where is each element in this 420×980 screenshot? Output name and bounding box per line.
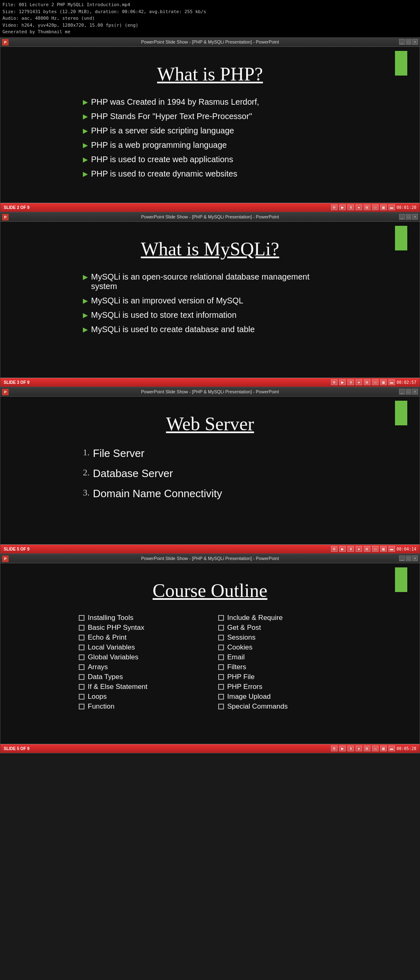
slide-num-2: SLIDE 3 OF 9 xyxy=(4,380,30,385)
slide-title-1: What is PHP? xyxy=(157,63,263,85)
outline-label-c2-4: Email xyxy=(227,653,245,661)
timestamp-3: 00:04:14 xyxy=(397,547,416,551)
slide-content-1: What is PHP? ▶PHP was Created in 1994 by… xyxy=(0,47,420,203)
close-btn-2[interactable]: × xyxy=(412,214,418,220)
status-icon-gear-3: ⚙ xyxy=(331,546,338,552)
green-accent-4 xyxy=(395,567,407,592)
bullet-item-1-1: ▶PHP Stands For "Hyper Text Pre-Processo… xyxy=(83,112,337,121)
arrow-1-0: ▶ xyxy=(83,98,88,106)
bullet-text-1-0: PHP was Created in 1994 by Rasmus Lerdor… xyxy=(91,97,259,107)
slide-area-1: What is PHP? ▶PHP was Created in 1994 by… xyxy=(0,47,420,203)
status-icon-grid-4: ⊞ xyxy=(364,746,370,751)
minimize-btn-2[interactable]: _ xyxy=(399,214,405,220)
close-btn-4[interactable]: × xyxy=(412,555,418,561)
slide-num-3: SLIDE 5 OF 9 xyxy=(4,547,30,551)
window-slide2: P PowerPoint Slide Show - [PHP & MySQLi … xyxy=(0,212,420,387)
outline-item-c2-5: Filters xyxy=(218,663,341,671)
status-icon-bar-2: ▬ xyxy=(388,379,395,385)
outline-item-c1-8: Loops xyxy=(79,693,202,701)
outline-label-c2-9: Special Commands xyxy=(227,702,288,711)
slide-area-3: Web Server 1.File Server 2.Database Serv… xyxy=(0,397,420,544)
num-label-3-0: 1. xyxy=(83,447,90,458)
outline-label-c1-4: Global Variables xyxy=(88,653,138,661)
status-icon-play-2: ▶ xyxy=(339,379,346,385)
titlebar-text-1: PowerPoint Slide Show - [PHP & MySQLi Pr… xyxy=(141,39,279,44)
outline-checkbox-c2-4 xyxy=(218,654,224,660)
status-icons-3: ⚙ ▶ ⏸ ● ⊞ ▭ ▦ ▬ 00:04:14 xyxy=(331,546,416,552)
outline-item-c2-4: Email xyxy=(218,653,341,661)
window-controls-2[interactable]: _ □ × xyxy=(399,214,418,220)
arrow-2-2: ▶ xyxy=(83,311,88,319)
outline-checkbox-c2-7 xyxy=(218,684,224,690)
outline-col1: Installing Tools Basic PHP Syntax Echo &… xyxy=(79,614,202,712)
course-outline-grid: Installing Tools Basic PHP Syntax Echo &… xyxy=(79,614,341,712)
bullet-item-2-2: ▶MySQLi is used to store text informatio… xyxy=(83,310,337,320)
status-icon-rect-4: ▭ xyxy=(372,746,379,751)
arrow-1-4: ▶ xyxy=(83,156,88,163)
powerpoint-icon-4: P xyxy=(2,555,9,562)
outline-checkbox-c1-5 xyxy=(79,664,84,670)
bullet-item-1-4: ▶PHP is used to create web applications xyxy=(83,155,337,164)
timestamp-1: 00:01:20 xyxy=(397,205,416,210)
maximize-btn-3[interactable]: □ xyxy=(406,389,411,395)
outline-label-c1-7: If & Else Statement xyxy=(88,683,148,691)
outline-label-c2-6: PHP File xyxy=(227,673,255,681)
maximize-btn-1[interactable]: □ xyxy=(406,39,411,45)
outline-label-c2-1: Get & Post xyxy=(227,624,261,632)
titlebar-slide3: P PowerPoint Slide Show - [PHP & MySQLi … xyxy=(0,388,420,397)
numbered-text-3-0: File Server xyxy=(93,447,145,460)
window-controls-4[interactable]: _ □ × xyxy=(399,555,418,561)
slide-content-3: Web Server 1.File Server 2.Database Serv… xyxy=(0,397,420,544)
minimize-btn-4[interactable]: _ xyxy=(399,555,405,561)
status-icon-pause-2: ⏸ xyxy=(347,379,354,385)
slide-content-2: What is MySQLi? ▶MySQLi is an open-sourc… xyxy=(0,222,420,378)
bullet-text-1-4: PHP is used to create web applications xyxy=(91,155,233,164)
outline-col2: Include & Require Get & Post Sessions Co… xyxy=(218,614,341,712)
minimize-btn-3[interactable]: _ xyxy=(399,389,405,395)
bullet-text-2-3: MySQLi is used to create database and ta… xyxy=(91,325,255,334)
timestamp-2: 00:02:57 xyxy=(397,380,416,385)
bullet-item-1-0: ▶PHP was Created in 1994 by Rasmus Lerdo… xyxy=(83,97,337,107)
numbered-item-3-2: 3.Domain Name Connectivity xyxy=(83,487,337,500)
outline-item-c2-3: Cookies xyxy=(218,643,341,652)
arrow-1-2: ▶ xyxy=(83,127,88,135)
window-controls-3[interactable]: _ □ × xyxy=(399,389,418,395)
close-btn-1[interactable]: × xyxy=(412,39,418,45)
minimize-btn-1[interactable]: _ xyxy=(399,39,405,45)
status-icon-rect-2: ▭ xyxy=(372,379,379,385)
status-bar-2: SLIDE 3 OF 9 ⚙ ▶ ⏸ ● ⊞ ▭ ▦ ▬ 00:02:57 xyxy=(0,378,420,387)
outline-item-c2-2: Sessions xyxy=(218,633,341,642)
outline-label-c2-0: Include & Require xyxy=(227,614,283,622)
outline-item-c1-6: Data Types xyxy=(79,673,202,681)
close-btn-3[interactable]: × xyxy=(412,389,418,395)
outline-label-c1-8: Loops xyxy=(88,693,107,701)
status-icon-play-4: ▶ xyxy=(339,746,346,751)
status-icon-rec-3: ● xyxy=(356,546,362,552)
outline-checkbox-c1-2 xyxy=(79,635,84,640)
outline-item-c1-2: Echo & Print xyxy=(79,633,202,642)
outline-checkbox-c2-6 xyxy=(218,674,224,680)
outline-checkbox-c1-6 xyxy=(79,674,84,680)
status-icon-table-4: ▦ xyxy=(380,746,387,751)
maximize-btn-4[interactable]: □ xyxy=(406,555,411,561)
window-controls-1[interactable]: _ □ × xyxy=(399,39,418,45)
status-icon-play-1: ▶ xyxy=(339,204,346,210)
outline-checkbox-c1-4 xyxy=(79,654,84,660)
status-icon-bar-3: ▬ xyxy=(388,546,395,552)
titlebar-text-4: PowerPoint Slide Show - [PHP & MySQLi Pr… xyxy=(141,556,279,561)
status-icon-table-1: ▦ xyxy=(380,204,387,210)
slide-num-4: SLIDE 5 OF 9 xyxy=(4,746,30,751)
slide-area-4: Course Outline Installing Tools Basic PH… xyxy=(0,563,420,744)
outline-checkbox-c2-1 xyxy=(218,625,224,631)
outline-label-c1-5: Arrays xyxy=(88,663,108,671)
outline-label-c1-6: Data Types xyxy=(88,673,123,681)
bullet-item-2-3: ▶MySQLi is used to create database and t… xyxy=(83,325,337,334)
outline-item-c2-7: PHP Errors xyxy=(218,683,341,691)
slide-content-4: Course Outline Installing Tools Basic PH… xyxy=(0,563,420,744)
arrow-1-3: ▶ xyxy=(83,141,88,149)
status-bar-1: SLIDE 2 OF 9 ⚙ ▶ ⏸ ● ⊞ ▭ ▦ ▬ 00:01:20 xyxy=(0,203,420,212)
maximize-btn-2[interactable]: □ xyxy=(406,214,411,220)
arrow-2-0: ▶ xyxy=(83,273,88,281)
powerpoint-icon-2: P xyxy=(2,214,9,220)
slide-title-4: Course Outline xyxy=(153,580,267,601)
